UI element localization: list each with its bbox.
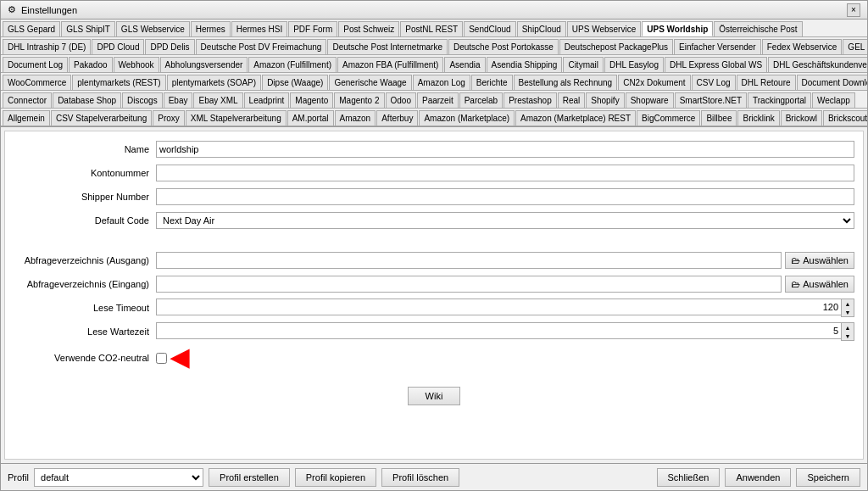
- tab-asendia-shipping[interactable]: Asendia Shipping: [487, 57, 563, 72]
- lese-wartezeit-input[interactable]: [156, 322, 841, 339]
- lese-timeout-down[interactable]: ▼: [842, 308, 854, 316]
- tab-dhl-retoure[interactable]: DHL Retoure: [737, 75, 796, 90]
- tab-woocommerce[interactable]: WooCommerce: [3, 75, 71, 90]
- tab-ebay-xml[interactable]: Ebay XML: [193, 92, 242, 108]
- tab-discogs[interactable]: Discogs: [122, 92, 163, 108]
- tab-parcelab[interactable]: Parcelab: [459, 92, 503, 108]
- tab-plentymarkets-(soap)[interactable]: plentymarkets (SOAP): [167, 75, 261, 90]
- tab-leadprint[interactable]: Leadprint: [244, 92, 290, 108]
- co2-checkbox[interactable]: [156, 353, 167, 364]
- default-code-select[interactable]: Next Day Air: [156, 212, 854, 229]
- tab-document-downloader[interactable]: Document Downloader: [797, 75, 867, 90]
- tab-fedex-webservice[interactable]: Fedex Webservice: [762, 39, 843, 54]
- shipper-number-input[interactable]: [156, 188, 854, 205]
- name-input[interactable]: [156, 141, 854, 158]
- tab-document-log[interactable]: Document Log: [3, 57, 68, 72]
- tab-dhl-intraship-7-(de)[interactable]: DHL Intraship 7 (DE): [3, 39, 91, 54]
- abfrage-eingang-button[interactable]: 🗁 Auswählen: [785, 276, 854, 293]
- tab-ups-worldship[interactable]: UPS Worldship: [642, 21, 713, 36]
- tab-odoo[interactable]: Odoo: [386, 92, 416, 108]
- tab-deutschepost-packageplus[interactable]: Deutschepost PackagePlus: [559, 39, 673, 54]
- tab-connector[interactable]: Connector: [3, 92, 52, 108]
- tab-weclapp[interactable]: Weclapp: [812, 92, 855, 108]
- tab-berichte[interactable]: Berichte: [471, 75, 513, 90]
- tab-österreichische-post[interactable]: Österreichische Post: [714, 21, 802, 36]
- tab-prestashop[interactable]: Prestashop: [504, 92, 557, 108]
- abfrage-ausgang-input[interactable]: [156, 252, 782, 269]
- anwenden-button[interactable]: Anwenden: [725, 468, 791, 487]
- tab-xml-stapelverarbeitung[interactable]: XML Stapelverarbeitung: [186, 110, 287, 126]
- tab-shopify[interactable]: Shopify: [586, 92, 624, 108]
- tab-amazon-(marketplace)-rest[interactable]: Amazon (Marketplace) REST: [515, 110, 636, 126]
- tab-amazon[interactable]: Amazon: [335, 110, 376, 126]
- tab-magento-2[interactable]: Magento 2: [334, 92, 384, 108]
- tab-am.portal[interactable]: AM.portal: [287, 110, 334, 126]
- tab-gel-express[interactable]: GEL Express: [843, 39, 867, 54]
- tab-dhl-easylog[interactable]: DHL Easylog: [604, 57, 664, 72]
- tab-csv-stapelverarbeitung[interactable]: CSV Stapelverarbeitung: [51, 110, 152, 126]
- tab-deutsche-post-internetmarke[interactable]: Deutsche Post Internetmarke: [327, 39, 448, 54]
- lese-timeout-up[interactable]: ▲: [842, 299, 854, 308]
- tab-gls-gepard[interactable]: GLS Gepard: [3, 21, 60, 36]
- tab-dhl-express-global-ws[interactable]: DHL Express Global WS: [665, 57, 767, 72]
- tab-deutsche-post-portokasse[interactable]: Deutsche Post Portokasse: [448, 39, 559, 54]
- tab-postnl-rest[interactable]: PostNL REST: [400, 21, 463, 36]
- tab-bricklink[interactable]: Bricklink: [737, 110, 779, 126]
- schliessen-button[interactable]: Schließen: [657, 468, 721, 487]
- tab-asendia[interactable]: Asendia: [444, 57, 485, 72]
- profil-kopieren-button[interactable]: Profil kopieren: [295, 468, 376, 487]
- abfrage-eingang-input[interactable]: [156, 276, 782, 293]
- tab-amazon-log[interactable]: Amazon Log: [413, 75, 470, 90]
- profil-loeschen-button[interactable]: Profil löschen: [381, 468, 459, 487]
- tab-shipcloud[interactable]: ShipCloud: [517, 21, 566, 36]
- tab-allgemein[interactable]: Allgemein: [3, 110, 50, 126]
- tab-smartstore.net[interactable]: SmartStore.NET: [675, 92, 747, 108]
- profil-select[interactable]: default: [34, 468, 203, 487]
- tab-plentymarkets-(rest)[interactable]: plentymarkets (REST): [72, 75, 165, 90]
- wiki-button[interactable]: Wiki: [408, 387, 461, 405]
- speichern-button[interactable]: Speichern: [796, 468, 860, 487]
- tab-abholungsversender[interactable]: Abholungsversender: [160, 57, 248, 72]
- tab-amazon-fba-(fulfillment)[interactable]: Amazon FBA (Fulfillment): [337, 57, 443, 72]
- tab-cn2x-dokument[interactable]: CN2x Dokument: [618, 75, 690, 90]
- tab-database-shop[interactable]: Database Shop: [53, 92, 121, 108]
- tab-billbee[interactable]: Billbee: [701, 110, 737, 126]
- tab-afterbuy[interactable]: Afterbuy: [376, 110, 418, 126]
- tab-ebay[interactable]: Ebay: [164, 92, 193, 108]
- tab-amazon-(fulfillment)[interactable]: Amazon (Fulfillment): [248, 57, 337, 72]
- tab-proxy[interactable]: Proxy: [153, 110, 185, 126]
- tab-brickscout[interactable]: Brickscout: [823, 110, 867, 126]
- tab-deutsche-post-dv-freimachung[interactable]: Deutsche Post DV Freimachung: [196, 39, 327, 54]
- tab-magento[interactable]: Magento: [290, 92, 333, 108]
- close-button[interactable]: ×: [847, 3, 860, 17]
- tab-dpd-delis[interactable]: DPD Delis: [145, 39, 194, 54]
- tab-citymail[interactable]: Citymail: [563, 57, 604, 72]
- abfrage-ausgang-button[interactable]: 🗁 Auswählen: [785, 252, 854, 269]
- tab-gls-webservice[interactable]: GLS Webservice: [116, 21, 190, 36]
- tab-amazon-(marketplace)[interactable]: Amazon (Marketplace): [419, 110, 515, 126]
- tab-real[interactable]: Real: [558, 92, 586, 108]
- tab-hermes[interactable]: Hermes: [191, 21, 231, 36]
- tab-gls-shipit[interactable]: GLS ShipIT: [61, 21, 115, 36]
- tab-hermes-hsi[interactable]: Hermes HSI: [231, 21, 287, 36]
- tab-brickowl[interactable]: Brickowl: [781, 110, 822, 126]
- tab-bestellung-als-rechnung[interactable]: Bestellung als Rechnung: [514, 75, 618, 90]
- tab-sendcloud[interactable]: SendCloud: [464, 21, 515, 36]
- lese-wartezeit-down[interactable]: ▼: [842, 332, 854, 340]
- lese-wartezeit-up[interactable]: ▲: [842, 323, 854, 332]
- tab-trackingportal[interactable]: Trackingportal: [748, 92, 811, 108]
- tab-generische-waage[interactable]: Generische Waage: [329, 75, 411, 90]
- tab-ups-webservice[interactable]: UPS Webservice: [567, 21, 641, 36]
- tab-bigcommerce[interactable]: BigCommerce: [637, 110, 700, 126]
- profil-erstellen-button[interactable]: Profil erstellen: [209, 468, 290, 487]
- lese-timeout-input[interactable]: [156, 299, 841, 315]
- tab-post-schweiz[interactable]: Post Schweiz: [338, 21, 399, 36]
- tab-dhl-geschäftskundenversand[interactable]: DHL Geschäftskundenversand: [768, 57, 867, 72]
- tab-webhook[interactable]: Webhook: [114, 57, 159, 72]
- tab-csv-log[interactable]: CSV Log: [692, 75, 736, 90]
- tab-dpd-cloud[interactable]: DPD Cloud: [92, 39, 144, 54]
- tab-shopware[interactable]: Shopware: [626, 92, 674, 108]
- tab-paarzeit[interactable]: Paarzeit: [417, 92, 459, 108]
- tab-pakadoo[interactable]: Pakadoo: [69, 57, 112, 72]
- tab-einfacher-versender[interactable]: Einfacher Versender: [674, 39, 761, 54]
